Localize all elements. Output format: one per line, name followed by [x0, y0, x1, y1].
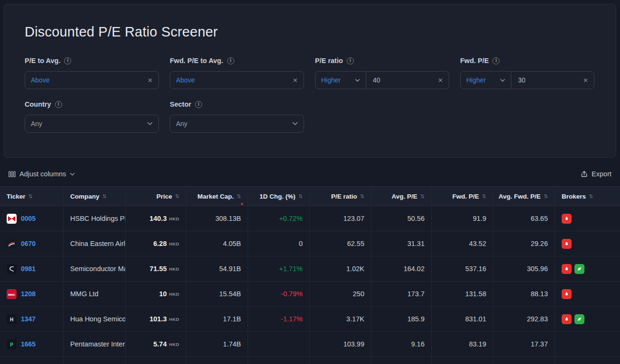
- table-row[interactable]: 0005 HSBC Holdings PLC 140.3HKD 308.13B …: [0, 206, 620, 231]
- column-label: Fwd. P/E: [453, 193, 479, 200]
- ticker-cell: P 1665: [0, 332, 64, 356]
- column-header-company[interactable]: Company⇅: [64, 187, 126, 206]
- table-row-partial[interactable]: [0, 357, 620, 364]
- pe-ratio-cell: 3.17K: [310, 307, 371, 331]
- avg-fwd-pe-cell: 63.65: [493, 206, 555, 231]
- broker-icon-green[interactable]: [574, 314, 584, 324]
- table-row[interactable]: 0670 China Eastern Airlines 6.28HKD 4.05…: [0, 231, 620, 256]
- info-icon[interactable]: i: [492, 57, 500, 64]
- column-header-brokers[interactable]: Brokers⇅: [555, 187, 620, 206]
- ticker-link[interactable]: 0005: [21, 215, 36, 222]
- column-header-avg-fwd-pe[interactable]: Avg. Fwd. P/E⇅: [493, 187, 555, 206]
- info-icon[interactable]: i: [55, 101, 62, 108]
- ticker-link[interactable]: 0670: [21, 240, 36, 247]
- broker-icon-red[interactable]: [562, 289, 572, 299]
- ticker-cell: MMG 1208: [0, 282, 64, 306]
- close-icon[interactable]: ✕: [289, 77, 298, 84]
- close-icon[interactable]: ✕: [434, 77, 449, 84]
- sort-arrows-icon: ⇅: [482, 193, 486, 200]
- filter-number-value[interactable]: 30: [511, 76, 532, 84]
- avg-pe-cell: 9.16: [371, 332, 432, 356]
- change-cell: +0.72%: [248, 206, 310, 231]
- change-cell: +1.71%: [248, 256, 310, 281]
- change-cell: [248, 332, 310, 356]
- info-icon[interactable]: i: [227, 57, 234, 64]
- sort-arrows-icon: ⇅: [544, 193, 548, 200]
- fwd-pe-cell: 131.58: [432, 282, 493, 306]
- table-row[interactable]: H 1347 Hua Hong Semiconductor 101.3HKD 1…: [0, 307, 620, 332]
- company-name: Hua Hong Semiconductor: [64, 307, 126, 331]
- broker-icon-red[interactable]: [562, 264, 572, 274]
- broker-icon-red[interactable]: [562, 214, 572, 224]
- hua-hong-logo-icon: H: [7, 314, 17, 324]
- fwd-pe-input[interactable]: Higher 30 ✕: [460, 71, 594, 89]
- company-name: Semiconductor Manufacturing: [64, 256, 126, 281]
- avg-fwd-pe-cell: 29.26: [493, 231, 555, 256]
- ticker-link[interactable]: 1347: [21, 315, 36, 323]
- operator-dropdown[interactable]: Higher: [315, 72, 366, 89]
- table-row[interactable]: P 1665 Pentamaster International 5.74HKD…: [0, 332, 620, 357]
- pe-ratio-cell: 103.99: [310, 332, 371, 356]
- page-title: Discounted P/E Ratio Screener: [25, 24, 595, 40]
- column-header-1d-change[interactable]: 1D Chg. (%)⇅: [248, 187, 310, 206]
- chevron-down-icon: [147, 122, 153, 126]
- column-header-fwd-pe[interactable]: Fwd. P/E⇅: [432, 187, 493, 206]
- ticker-cell: 0005: [0, 206, 64, 231]
- pe-to-avg-input[interactable]: Above ✕: [25, 71, 159, 89]
- pe-ratio-cell: 123.07: [310, 206, 371, 231]
- close-icon[interactable]: ✕: [579, 77, 594, 84]
- info-icon[interactable]: i: [64, 57, 71, 64]
- column-header-ticker[interactable]: Ticker⇅: [0, 187, 64, 206]
- change-cell: -0.79%: [248, 282, 310, 306]
- adjust-columns-button[interactable]: Adjust columns: [9, 170, 75, 178]
- fwd-pe-cell: 831.01: [432, 307, 493, 331]
- filter-label: P/E to Avg. i: [25, 56, 159, 65]
- table-row[interactable]: MMG 1208 MMG Ltd 10HKD 15.54B -0.79% 250…: [0, 282, 620, 307]
- avg-fwd-pe-cell: 292.83: [493, 307, 555, 331]
- pe-ratio-cell: 1.02K: [310, 256, 371, 281]
- pe-ratio-input[interactable]: Higher 40 ✕: [315, 71, 449, 89]
- pentamaster-logo-icon: P: [7, 339, 17, 349]
- filter-label-text: Sector: [170, 100, 191, 109]
- filter-pe-ratio: P/E ratio i Higher 40 ✕: [315, 56, 449, 89]
- operator-dropdown[interactable]: Higher: [461, 72, 511, 89]
- ticker-cell: H 1347: [0, 307, 64, 331]
- country-select[interactable]: Any: [25, 115, 159, 133]
- sort-arrows-icon: ⇅: [298, 193, 303, 200]
- column-header-avg-pe[interactable]: Avg. P/E⇅: [371, 187, 432, 206]
- avg-pe-cell: 31.31: [371, 231, 432, 256]
- broker-icon-green[interactable]: [574, 264, 584, 274]
- select-value: Any: [31, 120, 42, 127]
- price-value: 71.55: [149, 265, 167, 273]
- filter-label: Sector i: [170, 100, 304, 109]
- avg-pe-cell: 50.56: [371, 206, 432, 231]
- column-header-price[interactable]: Price⇅: [126, 187, 186, 206]
- currency-label: HKD: [169, 266, 179, 272]
- ticker-link[interactable]: 1665: [21, 340, 36, 348]
- brokers-cell: [555, 282, 620, 306]
- ticker-link[interactable]: 1208: [21, 290, 36, 298]
- filter-number-value[interactable]: 40: [366, 76, 387, 84]
- pe-ratio-cell: 62.55: [310, 231, 371, 256]
- column-label: Ticker: [7, 193, 26, 200]
- close-icon[interactable]: ✕: [144, 77, 153, 84]
- sort-arrows-icon: ⇅: [360, 193, 364, 200]
- export-button[interactable]: Export: [581, 170, 611, 178]
- ticker-link[interactable]: 0981: [21, 265, 36, 273]
- broker-icon-red[interactable]: [562, 314, 572, 324]
- column-header-pe-ratio[interactable]: P/E ratio⇅: [310, 187, 371, 206]
- column-label: Avg. P/E: [392, 193, 417, 200]
- brokers-cell: [555, 307, 620, 331]
- info-icon[interactable]: i: [347, 57, 354, 64]
- filter-value: Above: [176, 76, 195, 84]
- price-value: 5.74: [153, 340, 167, 348]
- fwd-pe-to-avg-input[interactable]: Above ✕: [170, 71, 304, 89]
- fwd-pe-cell: 83.19: [432, 332, 493, 356]
- broker-icon-red[interactable]: [562, 239, 572, 249]
- filter-label: Fwd. P/E i: [460, 56, 594, 65]
- column-header-market-cap[interactable]: Market Cap.⇅▴: [186, 187, 248, 206]
- table-row[interactable]: 0981 Semiconductor Manufacturing 71.55HK…: [0, 256, 620, 282]
- filter-sector: Sector i Any: [170, 100, 304, 133]
- sector-select[interactable]: Any: [170, 115, 304, 133]
- info-icon[interactable]: i: [195, 101, 202, 108]
